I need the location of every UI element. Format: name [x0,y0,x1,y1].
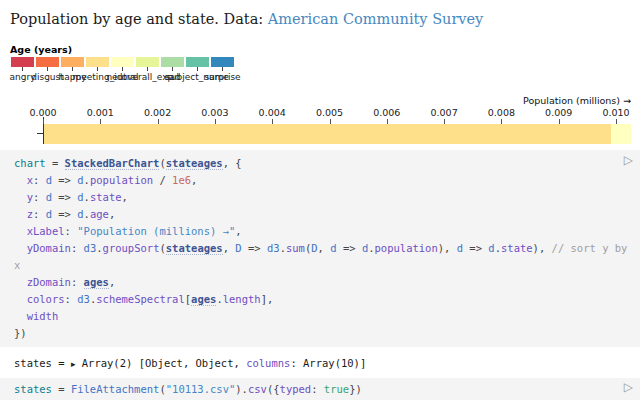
code-token: d3 [77,293,90,305]
code-token: width [27,310,59,322]
x-tick-label: 0.001 [87,107,114,118]
code-line: yDomain: d3.groupSort(stateages, D => d3… [14,240,632,274]
code-token: StackedBarChart [65,157,160,170]
run-cell-button[interactable]: ▷ [624,380,633,394]
code-line: width [14,308,632,325]
code-token: => [52,174,77,186]
x-tick-label: 0.008 [488,107,515,118]
code-token: "10113.csv" [166,383,236,395]
code-token: , { [223,157,242,169]
code-token: ), [438,242,457,254]
legend-swatch [11,57,34,67]
code-token: => [52,208,77,220]
code-cell-chart[interactable]: ▷ chart = StackedBarChart(stateages, { x… [0,150,640,347]
inspector-line: states = ▸ Array(2) [Object, Object, col… [14,355,640,373]
code-cell-file[interactable]: ▷ states = FileAttachment("10113.csv").c… [0,378,640,400]
legend-swatches: angrydisgusthappymeeting_idneutraloveral… [11,57,251,85]
code-token [14,208,27,220]
x-tick-label: 0.000 [29,107,56,118]
code-token [14,276,27,288]
code-token: true [324,383,349,395]
x-tick-label: 0.004 [259,107,286,118]
code-token: => [463,242,488,254]
code-token: zDomain [27,276,71,288]
run-cell-button[interactable]: ▷ [624,153,633,167]
code-line: chart = StackedBarChart(stateages, { [14,155,632,172]
notebook-title: Population by age and state. Data: Ameri… [10,11,483,27]
code-body: chart = StackedBarChart(stateages, { x: … [14,155,632,342]
y-tick-mark [37,133,43,134]
code-token: }) [14,327,27,339]
code-line: z: d => d.age, [14,206,632,223]
code-token: d3 [267,242,280,254]
code-token: : [65,225,78,237]
code-token: population [375,242,438,254]
code-token: d3 [84,242,97,254]
legend-label: surprise [204,72,240,82]
code-token: colors [27,293,65,305]
code-token: ages [84,276,109,289]
code-token: = [46,157,65,169]
code-token [14,310,27,322]
code-token: : [71,242,84,254]
code-token: , [109,208,115,220]
code-token: state [501,242,533,254]
code-token: length [223,293,261,305]
title-link[interactable]: American Community Survey [268,11,484,27]
code-line: zDomain: ages, [14,274,632,291]
legend-swatch [136,57,159,67]
x-tick-label: 0.003 [201,107,228,118]
x-tick-label: 0.010 [602,107,629,118]
inspector-row[interactable]: states = ▸ Array(2) [Object, Object, col… [0,355,640,373]
code-token: columns [246,357,290,369]
legend-swatch [186,57,209,67]
code-token: : [311,383,324,395]
code-token: yDomain [27,242,71,254]
code-token: => [337,242,362,254]
code-token: state [90,191,122,203]
legend-tick-mark [147,67,148,71]
code-token: age [90,208,109,220]
code-token: states [14,383,52,395]
code-token: , [191,174,197,186]
code-token: states = [14,357,71,369]
legend-tick-mark [197,67,198,71]
title-text: Population by age and state. Data: [10,11,268,27]
code-token: groupSort [103,242,160,254]
code-token: sum [286,242,305,254]
code-token: Array(2) [Object, Object, [75,357,246,369]
code-token: , [223,242,236,254]
code-token: : [71,276,84,288]
code-line: xLabel: "Population (millions) →", [14,223,632,240]
code-line: y: d => d.state, [14,189,632,206]
legend-swatch [61,57,84,67]
code-token: / [153,174,172,186]
legend-tick-mark [72,67,73,71]
code-token: typed [280,383,312,395]
code-token [14,174,27,186]
legend-tick-mark [47,67,48,71]
legend-tick-mark [172,67,173,71]
legend-tick-mark [97,67,98,71]
code-token: FileAttachment [71,383,160,395]
code-token: ( [159,242,165,254]
code-token: 1e6 [172,174,191,186]
code-token: ( [159,157,165,169]
code-line: colors: d3.schemeSpectral[ages.length], [14,291,632,308]
code-token: : [33,191,46,203]
legend-swatch [211,57,234,67]
x-tick-label: 0.006 [373,107,400,118]
code-token: , [109,276,115,288]
code-line: }) [14,325,632,342]
code-token: ). [235,383,248,395]
legend-tick-mark [122,67,123,71]
code-token: : [33,174,46,186]
code-token: }) [349,383,362,395]
code-token [14,191,27,203]
code-line: x: d => d.population / 1e6, [14,172,632,189]
legend-tick-mark [22,67,23,71]
bar-segment-neutral [611,124,631,144]
x-tick-label: 0.005 [316,107,343,118]
code-token: csv [248,383,267,395]
legend-swatch [86,57,109,67]
